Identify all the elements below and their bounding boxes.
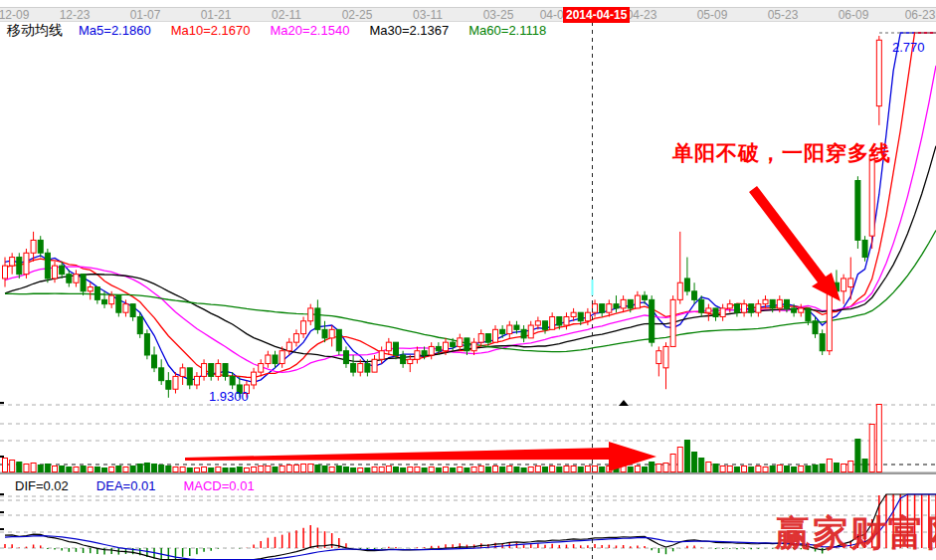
annotation-callout: 单阳不破，一阳穿多线 <box>672 139 891 167</box>
high-price-label: 2.770 <box>892 40 925 55</box>
date-label: 02-11 <box>272 8 301 22</box>
date-label: 02-25 <box>342 8 373 22</box>
ma-legend-item: Ma5=2.1860 <box>79 23 151 38</box>
date-label: 03-25 <box>483 8 514 22</box>
ma-legend-item: Ma60=2.1118 <box>468 23 546 38</box>
macd-legend-item: DEA=0.01 <box>96 478 156 493</box>
date-label: 04-23 <box>627 8 657 22</box>
date-label: 05-09 <box>697 8 728 22</box>
date-label: 06-23 <box>905 8 936 22</box>
ma-legend-item: Ma30=2.1367 <box>369 23 449 38</box>
low-price-label: 1.9300 <box>209 389 249 404</box>
ma-legend-item: Ma10=2.1670 <box>171 23 251 38</box>
date-label: 01-07 <box>130 8 161 22</box>
date-label: 03-11 <box>413 8 443 22</box>
macd-legend-item: DIF=0.02 <box>15 478 69 493</box>
selected-date-badge: 2014-04-15 <box>563 7 630 23</box>
diagonal-arrow <box>749 186 841 301</box>
date-label: 05-23 <box>768 8 799 22</box>
date-label: 12-23 <box>60 8 91 22</box>
stock-chart-window: 06-2306-0905-2305-0904-2304-0803-2503-11… <box>0 0 936 560</box>
macd-legend: DIF=0.02DEA=0.01MACD=0.01 <box>15 477 282 493</box>
date-label: 06-09 <box>839 8 869 22</box>
date-label: 01-21 <box>201 8 232 22</box>
macd-legend-item: MACD=0.01 <box>183 478 254 493</box>
ma-legend-item: Ma20=2.1540 <box>271 23 350 38</box>
watermark: 赢家财富网 <box>775 509 936 558</box>
ma-legend-title: 移动均线 <box>7 22 63 40</box>
upper-pane-fragment <box>0 0 936 8</box>
date-axis: 06-2306-0905-2305-0904-2304-0803-2503-11… <box>0 8 936 22</box>
ma-legend: 移动均线 Ma5=2.1860Ma10=2.1670Ma20=2.1540Ma3… <box>7 23 566 38</box>
candlestick-chart[interactable] <box>0 0 936 560</box>
date-label: 12-09 <box>0 8 29 22</box>
